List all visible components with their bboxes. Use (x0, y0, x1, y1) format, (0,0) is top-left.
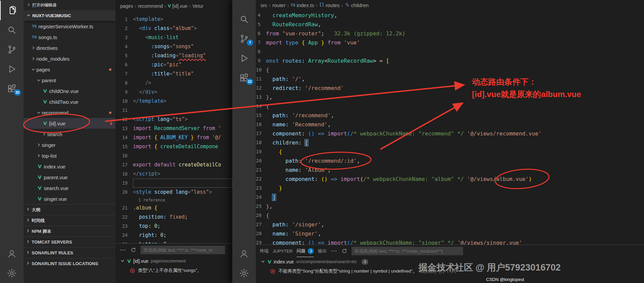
sidebar-section-tomcat-servers[interactable]: TOMCAT SERVERS (24, 237, 115, 247)
code-line-8[interactable]: 8 (256, 47, 644, 56)
code-line-11[interactable]: 11 (115, 106, 232, 115)
code-line-16[interactable]: 16 name: 'Recommend', (256, 120, 644, 129)
code-line-19[interactable]: 19 { (256, 147, 644, 156)
code-line-14[interactable]: 14{ (256, 102, 644, 111)
tree-item-index-vue[interactable]: Vindex.vue (24, 161, 115, 172)
breadcrumb-item-routes[interactable]: routes (319, 2, 340, 8)
code-line-4[interactable]: 4 :songs="songs" (115, 42, 232, 51)
refresh-icon[interactable] (130, 247, 136, 253)
code-line-24[interactable]: 24 ] (256, 193, 644, 202)
code-line-17[interactable]: 17export default createDetailCo (115, 160, 232, 169)
code-line-6[interactable]: 6 :pic="pic" (115, 60, 232, 69)
refresh-icon[interactable] (341, 248, 347, 254)
codelens-reference[interactable]: 1 reference (115, 197, 232, 203)
sidebar-section-npm-scripts[interactable]: NPM 脚本 (24, 226, 115, 237)
code-line-15[interactable]: 15 path: '/recommend', (256, 111, 644, 120)
settings-icon[interactable] (232, 263, 256, 283)
tree-item-parent-vue[interactable]: Vparent.vue (24, 172, 115, 183)
code-line-21[interactable]: 21.album { (115, 203, 232, 213)
code-line-18[interactable]: 18 children: [ (256, 138, 644, 147)
code-line-15[interactable]: 15import { createDetailCompone (115, 142, 232, 151)
files-icon[interactable] (0, 1, 24, 20)
code-line-9[interactable]: 9 </div> (115, 88, 232, 97)
code-line-25[interactable]: 25 bottom: 0; (115, 240, 232, 243)
problems-error-row[interactable]: 类型“八”上不存在属性“songs”。 (115, 266, 232, 275)
tree-item-singer-vue[interactable]: Vsinger.vue (24, 193, 115, 204)
run-debug-icon[interactable] (0, 59, 24, 79)
code-line-14[interactable]: 14import { ALBUM_KEY } from '@/ (115, 133, 232, 142)
project-header[interactable]: NUXT-VUE3MUSIC (24, 10, 115, 21)
code-line-25[interactable]: 25}, (256, 202, 644, 211)
problems-file-row[interactable]: V [id].vue pages\recommend (115, 256, 232, 266)
breadcrumb-item-index-ts[interactable]: TSindex.ts (291, 2, 314, 8)
code-line-20[interactable]: 20<style scoped lang="less"> (115, 188, 232, 197)
code-line-23[interactable]: 23 top: 0; (115, 222, 232, 231)
sidebar-section-outline[interactable]: 大纲 (24, 204, 115, 215)
code-line-13[interactable]: 13}, (256, 93, 644, 102)
sidebar-section-sonarlint-rules[interactable]: SONARLINT RULES (24, 247, 115, 258)
tree-item-search-vue[interactable]: Vsearch.vue (24, 183, 115, 193)
code-line-12[interactable]: 12<script lang="ts"> (115, 115, 232, 124)
open-editors-header[interactable]: 打开的编辑器 (24, 0, 115, 10)
tree-item-search[interactable]: search (24, 129, 115, 139)
run-debug-icon[interactable] (232, 49, 256, 68)
account-icon[interactable] (232, 244, 256, 263)
code-line-5[interactable]: 5 RouteRecordRaw, (256, 20, 644, 29)
tree-item-node-modules[interactable]: node_modules (24, 53, 115, 64)
tree-item-songs-ts[interactable]: TSsongs.ts (24, 32, 115, 42)
tree-item-childone-vue[interactable]: VchildOne.vue (24, 86, 115, 96)
breadcrumb-item--id-vue[interactable]: V[id].vue (168, 3, 187, 9)
breadcrumb-item-vetur[interactable]: Vetur (193, 3, 204, 9)
code-line-22[interactable]: 22 component: () => import(/* webpackChu… (256, 175, 644, 184)
code-line-4[interactable]: 4 createMemoryHistory, (256, 11, 644, 20)
code-line-12[interactable]: 12 redirect: '/recommend' (256, 84, 644, 93)
code-line-26[interactable]: 26{ (256, 211, 644, 220)
settings-icon[interactable] (0, 263, 24, 283)
code-line-7[interactable]: 7mport type { App } from 'vue' (256, 38, 644, 47)
code-line-29[interactable]: 29 component: () => import(/* webpackChu… (256, 238, 644, 245)
problems-error-row[interactable]: 不能将类型“Song”分配给类型“string | number | symbo… (256, 266, 644, 276)
tree-item-childtwo-vue[interactable]: VchildTwo.vue (24, 96, 115, 107)
code-line-3[interactable]: 3 <music-list (115, 33, 232, 42)
tree-item-id-vue[interactable]: V[id].vue4 (24, 118, 115, 129)
code-line-6[interactable]: 6from "vue-router"; 32.3k (gzipped: 12.2… (256, 29, 644, 38)
code-line-10[interactable]: 10{ (256, 65, 644, 74)
panel-tab-jupyter[interactable]: JUPYTER (273, 245, 293, 257)
code-line-9[interactable]: 9onst routes: Array<RouteRecordRaw> = [ (256, 56, 644, 65)
panel-tab-output[interactable]: 输出 (318, 245, 327, 257)
code-line-28[interactable]: 28 name: 'Singer', (256, 229, 644, 238)
tree-item-singer[interactable]: singer (24, 139, 115, 150)
tree-item-parent[interactable]: parent (24, 75, 115, 86)
extensions-icon[interactable]: 32 (232, 68, 256, 88)
extensions-icon[interactable]: 32 (0, 79, 24, 98)
search-icon[interactable] (0, 20, 24, 40)
code-line-23[interactable]: 23 } (256, 184, 644, 193)
source-control-icon[interactable]: 7 (232, 29, 256, 49)
breadcrumb-item-src[interactable]: src (261, 2, 267, 8)
code-line-19[interactable]: 19 (115, 179, 232, 188)
code-line-13[interactable]: 13import RecommendServer from ' (115, 124, 232, 133)
tree-item-registerserviceworker-ts[interactable]: TSregisterServiceWorker.ts (24, 21, 115, 32)
account-icon[interactable] (0, 244, 24, 263)
source-control-icon[interactable] (0, 40, 24, 59)
code-line-22[interactable]: 22 position: fixed; (115, 213, 232, 222)
breadcrumb-item-children[interactable]: children (345, 2, 369, 8)
more-actions-icon[interactable] (120, 247, 126, 253)
code-line-11[interactable]: 11 path: '/', (256, 74, 644, 84)
code-line-8[interactable]: 8 /> (115, 78, 232, 88)
problems-file-row[interactable]: V index.vue src\components\base\search-l… (256, 257, 644, 266)
code-line-7[interactable]: 7 :title="title" (115, 69, 232, 78)
tree-item-directives[interactable]: directives (24, 42, 115, 53)
breadcrumb-item-recommend[interactable]: recommend (138, 3, 163, 9)
tree-item-recommend[interactable]: recommend (24, 107, 115, 118)
panel-tab-problems[interactable]: 问题3 (297, 245, 314, 257)
more-actions-icon[interactable] (331, 248, 337, 254)
code-line-17[interactable]: 17 component: () => import(/* webpackChu… (256, 129, 644, 138)
code-line-2[interactable]: 2 <div class="album"> (115, 24, 232, 33)
sidebar-section-timeline[interactable]: 时间线 (24, 215, 115, 226)
sidebar-section-sonarlint-issue-locations[interactable]: SONARLINT ISSUE LOCATIONS (24, 258, 115, 269)
code-line-16[interactable]: 16 (115, 151, 232, 160)
code-line-5[interactable]: 5 :loading="loading" (115, 51, 232, 60)
panel-tab-terminal[interactable]: 终端 (260, 245, 269, 257)
code-line-24[interactable]: 24 right: 0; (115, 231, 232, 240)
